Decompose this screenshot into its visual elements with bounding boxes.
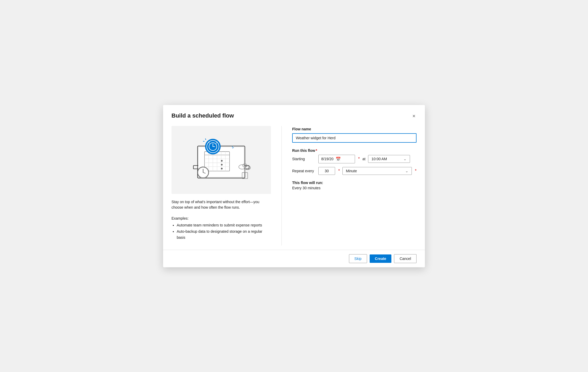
- flow-will-run-desc: Every 30 minutes: [292, 186, 417, 190]
- interval-select[interactable]: Minute ⌄: [342, 167, 412, 175]
- dialog-header: Build a scheduled flow ×: [163, 105, 425, 120]
- examples-list: Automate team reminders to submit expens…: [171, 222, 271, 240]
- starting-row: Starting 8/19/20 📅 * at 10:00 AM ⌄: [292, 155, 417, 163]
- flow-will-run-section: This flow will run: Every 30 minutes: [292, 181, 417, 190]
- example-item-2: Auto-backup data to designated storage o…: [177, 229, 271, 240]
- example-item-1: Automate team reminders to submit expens…: [177, 222, 271, 228]
- left-examples: Examples: Automate team reminders to sub…: [171, 215, 271, 241]
- time-chevron-icon: ⌄: [403, 157, 407, 161]
- flow-name-field-group: Flow name: [292, 127, 417, 143]
- repeat-number-input[interactable]: [318, 167, 335, 175]
- svg-point-16: [221, 168, 223, 169]
- illustration-svg: [176, 129, 266, 191]
- right-panel: Flow name Run this flow* Starting 8/19/2…: [292, 126, 417, 246]
- build-scheduled-flow-dialog: Build a scheduled flow ×: [163, 105, 425, 267]
- create-button[interactable]: Create: [370, 254, 392, 263]
- left-description: Stay on top of what's important without …: [171, 199, 271, 210]
- interval-required: *: [415, 169, 417, 173]
- date-required: *: [358, 157, 360, 161]
- run-this-flow-label: Run this flow*: [292, 148, 417, 153]
- vertical-divider: [281, 126, 282, 246]
- left-panel: Stay on top of what's important without …: [171, 126, 271, 246]
- repeat-every-label: Repeat every: [292, 169, 316, 173]
- at-label: at: [362, 157, 365, 161]
- examples-title: Examples:: [171, 215, 271, 221]
- repeat-row: Repeat every * Minute ⌄ *: [292, 167, 417, 175]
- svg-point-15: [221, 164, 223, 165]
- starting-label: Starting: [292, 157, 316, 161]
- skip-button[interactable]: Skip: [349, 254, 367, 263]
- run-this-flow-group: Run this flow* Starting 8/19/20 📅 * at 1…: [292, 148, 417, 175]
- date-input-wrapper[interactable]: 8/19/20 📅: [318, 155, 355, 163]
- dialog-footer: Skip Create Cancel: [163, 250, 425, 267]
- time-value: 10:00 AM: [371, 157, 401, 161]
- dialog-title: Build a scheduled flow: [171, 112, 234, 119]
- flow-name-input[interactable]: [292, 133, 417, 143]
- cancel-button[interactable]: Cancel: [394, 254, 417, 263]
- run-this-flow-section: Starting 8/19/20 📅 * at 10:00 AM ⌄: [292, 155, 417, 175]
- flow-will-run-title: This flow will run:: [292, 181, 417, 185]
- date-value: 8/19/20: [321, 157, 334, 161]
- run-required-indicator: *: [316, 148, 317, 153]
- interval-value: Minute: [346, 169, 403, 173]
- repeat-number-required: *: [338, 169, 340, 173]
- svg-point-14: [221, 160, 223, 162]
- flow-name-label: Flow name: [292, 127, 417, 131]
- svg-rect-32: [199, 177, 207, 179]
- dialog-body: Stay on top of what's important without …: [163, 120, 425, 250]
- time-select[interactable]: 10:00 AM ⌄: [368, 155, 410, 163]
- close-button[interactable]: ×: [411, 112, 417, 120]
- illustration-box: [171, 126, 271, 194]
- calendar-icon: 📅: [336, 157, 341, 162]
- interval-chevron-icon: ⌄: [405, 169, 408, 173]
